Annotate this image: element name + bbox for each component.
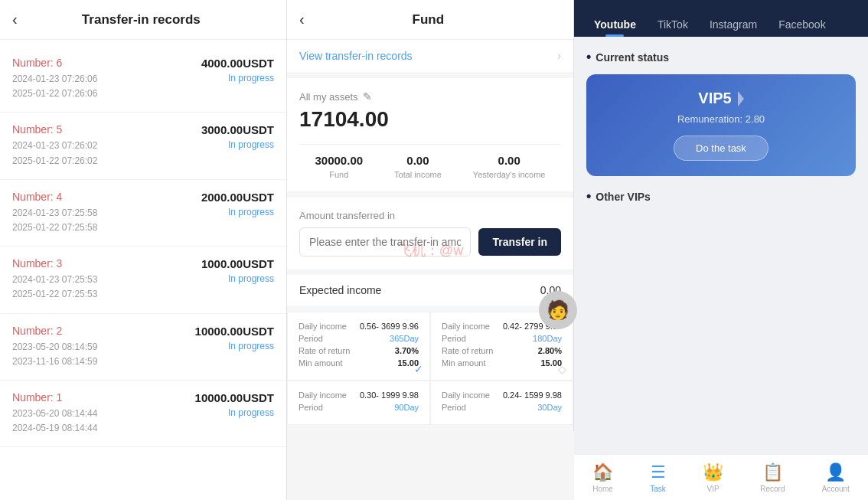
vip-title-row: VIP5: [599, 90, 844, 107]
stat-label: Yesterday's income: [473, 170, 546, 179]
income-rate-row: Rate of return 2.80%: [442, 346, 562, 355]
record-dates: 2024-01-23 07:26:062025-01-22 07:26:06: [12, 72, 97, 101]
right-content: Current status VIP5 Remuneration: 2.80 D…: [574, 37, 868, 454]
income-daily-row: Daily income 0.30- 1999 9.98: [299, 391, 419, 400]
nav-item-task[interactable]: ☰ Task: [641, 459, 675, 496]
transfer-input[interactable]: [299, 227, 471, 257]
income-period-row: Period 30Day: [442, 403, 562, 412]
stat-item: 0.00 Total income: [394, 154, 442, 179]
income-cell[interactable]: Daily income 0.24- 1599 9.98 Period 30Da…: [430, 381, 573, 425]
record-status: In progress: [201, 139, 274, 150]
nav-label-home: Home: [592, 485, 613, 493]
back-icon-mid[interactable]: ‹: [299, 11, 305, 28]
view-transfer-row[interactable]: View transfer-in records ›: [287, 40, 573, 72]
transfer-button[interactable]: Transfer in: [478, 228, 561, 256]
assets-amount: 17104.00: [299, 107, 561, 132]
current-status-title: Current status: [586, 49, 856, 65]
record-right: 4000.00USDT In progress: [201, 57, 274, 83]
record-dates: 2023-05-20 08:14:442024-05-19 08:14:44: [12, 407, 97, 436]
view-transfer-link[interactable]: View transfer-in records: [299, 50, 413, 62]
income-min-row: Min amount 15.00: [442, 358, 562, 368]
income-daily-row: Daily income 0.24- 1599 9.98: [442, 391, 562, 400]
transfer-label: Amount transferred in: [299, 210, 561, 221]
record-amount: 1000.00USDT: [201, 257, 274, 270]
other-vips-section: Other VIPs: [586, 188, 856, 204]
record-item: Number: 1 2023-05-20 08:14:442024-05-19 …: [0, 381, 286, 447]
record-number: Number: 4: [12, 191, 97, 203]
record-status: In progress: [201, 207, 274, 217]
nav-label-task: Task: [650, 485, 666, 493]
nav-icon-account: 👤: [825, 462, 846, 482]
record-amount: 4000.00USDT: [201, 57, 274, 70]
nav-icon-record: 📋: [762, 462, 783, 482]
nav-item-account[interactable]: 👤 Account: [813, 459, 859, 496]
vip-badge: VIP5: [698, 90, 731, 107]
nav-label-account: Account: [822, 485, 850, 493]
left-panel: ‹ Transfer-in records Number: 6 2024-01-…: [0, 0, 287, 500]
assets-stats: 30000.00 Fund 0.00 Total income 0.00 Yes…: [299, 144, 561, 179]
tab-youtube[interactable]: Youtube: [583, 9, 647, 37]
income-cell[interactable]: Daily income 0.56- 3699 9.96 Period 365D…: [287, 312, 430, 381]
income-period-row: Period 365Day: [299, 334, 419, 343]
vip-chevron-icon: [738, 91, 744, 106]
record-item: Number: 3 2024-01-23 07:25:532025-01-22 …: [0, 247, 286, 313]
transfer-row: Transfer in: [299, 227, 561, 257]
chat-bubble[interactable]: 🧑: [539, 291, 577, 329]
stat-item: 0.00 Yesterday's income: [473, 154, 546, 179]
other-vips-title: Other VIPs: [586, 188, 856, 204]
assets-label: All my assets ✎: [299, 90, 561, 103]
edit-icon[interactable]: ✎: [363, 90, 372, 103]
record-status: In progress: [201, 73, 274, 83]
nav-icon-task: ☰: [651, 462, 666, 482]
stat-label: Fund: [315, 170, 364, 179]
record-left: Number: 2 2023-05-20 08:14:592023-11-16 …: [12, 325, 97, 369]
assets-card: All my assets ✎ 17104.00 30000.00 Fund 0…: [287, 78, 573, 191]
record-amount: 3000.00USDT: [201, 123, 274, 136]
record-item: Number: 4 2024-01-23 07:25:582025-01-22 …: [0, 180, 286, 247]
tab-facebook[interactable]: Facebook: [768, 9, 836, 37]
record-left: Number: 1 2023-05-20 08:14:442024-05-19 …: [12, 391, 97, 436]
record-number: Number: 5: [12, 123, 97, 136]
do-task-button[interactable]: Do the task: [674, 136, 768, 161]
back-icon-left[interactable]: ‹: [12, 11, 18, 28]
nav-icon-vip: 👑: [703, 462, 723, 482]
record-left: Number: 3 2024-01-23 07:25:532025-01-22 …: [12, 257, 97, 302]
record-number: Number: 1: [12, 391, 97, 404]
income-rate-row: Rate of return 3.70%: [299, 346, 419, 355]
nav-item-record[interactable]: 📋 Record: [751, 459, 794, 496]
left-header: ‹ Transfer-in records: [0, 0, 286, 40]
nav-item-home[interactable]: 🏠 Home: [583, 459, 622, 496]
record-right: 1000.00USDT In progress: [201, 257, 274, 284]
left-panel-title: Transfer-in records: [27, 12, 256, 28]
nav-label-vip: VIP: [707, 485, 720, 493]
transfer-section: Amount transferred in Transfer in: [287, 198, 573, 269]
tab-tiktok[interactable]: TikTok: [647, 9, 699, 37]
record-dates: 2024-01-23 07:25:532025-01-22 07:25:53: [12, 273, 97, 302]
record-status: In progress: [195, 341, 274, 351]
expected-row: Expected income 0.00: [287, 275, 573, 306]
record-item: Number: 6 2024-01-23 07:26:062025-01-22 …: [0, 46, 286, 113]
right-panel: YoutubeTikTokInstagramFacebook Current s…: [574, 0, 868, 500]
record-left: Number: 4 2024-01-23 07:25:582025-01-22 …: [12, 191, 97, 235]
nav-item-vip[interactable]: 👑 VIP: [693, 459, 733, 496]
chevron-right-icon: ›: [557, 49, 561, 63]
record-amount: 2000.00USDT: [201, 191, 274, 204]
right-tabs: YoutubeTikTokInstagramFacebook: [574, 0, 868, 37]
record-status: In progress: [195, 407, 274, 418]
income-cell[interactable]: Daily income 0.30- 1999 9.98 Period 90Da…: [287, 381, 430, 425]
expected-label: Expected income: [299, 284, 381, 296]
mid-header: ‹ Fund: [287, 0, 573, 40]
record-number: Number: 3: [12, 257, 97, 270]
record-amount: 10000.00USDT: [195, 391, 274, 404]
corner-badge-icon: ◇: [554, 361, 569, 377]
records-list: Number: 6 2024-01-23 07:26:062025-01-22 …: [0, 40, 286, 500]
nav-label-record: Record: [760, 485, 785, 493]
record-dates: 2024-01-23 07:26:022025-01-22 07:26:02: [12, 139, 97, 168]
tab-instagram[interactable]: Instagram: [699, 9, 768, 37]
record-right: 3000.00USDT In progress: [201, 123, 274, 150]
income-grid: Daily income 0.56- 3699 9.96 Period 365D…: [287, 312, 573, 425]
income-period-row: Period 180Day: [442, 334, 562, 343]
record-item: Number: 2 2023-05-20 08:14:592023-11-16 …: [0, 314, 286, 381]
stat-value: 30000.00: [315, 154, 364, 167]
stat-item: 30000.00 Fund: [315, 154, 364, 179]
